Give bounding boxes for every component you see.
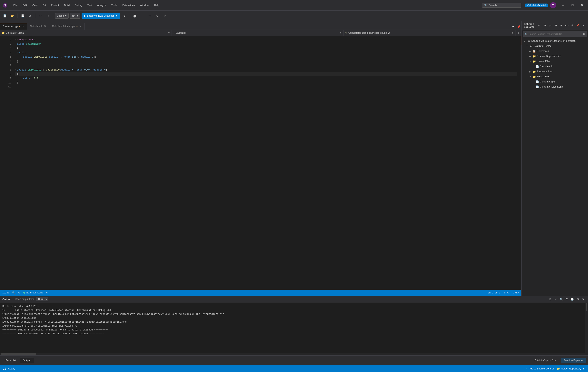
menu-test[interactable]: Test <box>85 3 94 8</box>
output-float-btn[interactable]: ⊡ <box>575 297 580 302</box>
nav-bar: 📁 CalculatorTutorial ▼ ↓ Calculator ▼ ⚙ … <box>0 30 521 36</box>
tab-list-button[interactable]: ▼ <box>510 24 516 30</box>
tab-error-list-label: Error List <box>5 359 16 362</box>
code-l11-brace: } <box>17 81 18 85</box>
user-avatar[interactable]: T <box>550 2 556 9</box>
tab-calculator-cpp-close[interactable]: ✕ <box>22 25 24 28</box>
se-preview-btn[interactable]: ▷ <box>548 23 553 28</box>
tree-external-deps[interactable]: ▶ 📁 External Dependencies <box>522 54 588 59</box>
line-num-1: 1 <box>0 38 11 42</box>
github-copilot-chat-btn[interactable]: GitHub Copilot Chat <box>532 358 560 363</box>
menu-extensions[interactable]: Extensions <box>120 3 137 8</box>
menu-analyze[interactable]: Analyze <box>95 3 108 8</box>
se-filter-btn[interactable]: ⚙ <box>543 23 547 28</box>
menu-window[interactable]: Window <box>138 3 151 8</box>
output-word-wrap-btn[interactable]: ↵ <box>553 297 558 302</box>
tree-resource-files[interactable]: ▶ 📁 Resource Files <box>522 69 588 74</box>
code-editor[interactable]: 1 2 3 4 5 6 7 8 9 10 11 12 ▾ <box>0 36 521 290</box>
tree-solution-root[interactable]: ▶ 🗂 Solution 'CalculatorTutorial' (1 of … <box>522 38 588 43</box>
zoom-level: 100 % <box>2 291 9 294</box>
output-controls: Show output from: Build <box>15 297 48 301</box>
tab-calculator-h[interactable]: Calculator.h ✕ <box>27 23 49 30</box>
tree-header-files[interactable]: ▼ 📁 Header Files <box>522 59 588 64</box>
tab-calculatortutorial-cpp-close[interactable]: ✕ <box>79 25 82 28</box>
debug-config-dropdown[interactable]: Debug ▼ <box>55 13 69 19</box>
menu-edit[interactable]: Edit <box>20 3 29 8</box>
step-into-button[interactable]: ↘ <box>154 13 160 19</box>
output-source-dropdown[interactable]: Build <box>36 297 48 301</box>
nav-class-label: Calculator <box>176 31 186 34</box>
se-expand-btn[interactable]: ⊞ <box>559 23 564 28</box>
se-search-bar[interactable]: 🔍 ⚙ <box>523 31 587 37</box>
breakpoint-button[interactable]: ⬤ <box>132 13 138 19</box>
nav-project-dropdown[interactable]: 📁 CalculatorTutorial ▼ <box>0 30 172 36</box>
code-content[interactable]: ▾ #pragma once class Calculator ▾ { <box>14 36 519 290</box>
tree-references[interactable]: ▶ 📋 References <box>522 49 588 54</box>
tab-calculator-cpp[interactable]: Calculator.cpp ● ✕ <box>0 23 27 30</box>
nav-method-dropdown[interactable]: ⚙ Calculate(double x, char oper, double … <box>344 30 515 36</box>
settings-icon[interactable]: ⚙ <box>46 291 48 294</box>
step-out-button[interactable]: ↗ <box>162 13 168 19</box>
output-clear-btn[interactable]: 🗑 <box>548 297 553 302</box>
step-button[interactable]: → <box>139 13 146 19</box>
nav-class-dropdown[interactable]: ↓ Calculator ▼ <box>172 30 344 36</box>
tree-calculator-cpp[interactable]: 📄 Calculator.cpp <box>522 79 588 84</box>
source-files-label: Source Files <box>537 75 550 78</box>
tree-project[interactable]: ▼ 🗂 CalculatorTutorial <box>522 43 588 49</box>
restart-button[interactable]: ↺ <box>121 13 128 19</box>
nav-add-button[interactable]: + <box>515 30 521 36</box>
pin-editor-button[interactable]: 📌 <box>516 24 521 30</box>
output-scroll-thumb <box>586 303 588 311</box>
menu-file[interactable]: File <box>11 3 20 8</box>
tree-calculator-h[interactable]: 📄 Calculator.h <box>522 64 588 69</box>
run-button[interactable]: ▶ Local Windows Debugger ▼ <box>82 13 120 19</box>
se-pin-btn[interactable]: 📌 <box>576 23 580 28</box>
tab-calculatortutorial-cpp[interactable]: CalculatorTutorial.cpp ● ✕ <box>49 23 84 30</box>
tab-output[interactable]: Output <box>20 358 34 363</box>
tree-source-files[interactable]: ▼ 📁 Source Files <box>522 74 588 79</box>
menu-project[interactable]: Project <box>49 3 61 8</box>
platform-dropdown[interactable]: x64 ▼ <box>70 13 80 19</box>
undo-button[interactable]: ↩ <box>37 13 43 19</box>
open-button[interactable]: 📂 <box>9 13 15 19</box>
se-collapse-btn[interactable]: ⊟ <box>554 23 558 28</box>
menu-git[interactable]: Git <box>40 3 48 8</box>
output-scrollbar[interactable] <box>585 303 588 352</box>
minimize-button[interactable]: ─ <box>559 2 567 9</box>
tree-calculatortutorial-cpp[interactable]: 📄 CalculatorTutorial.cpp <box>522 84 588 89</box>
output-line-1: Build started at 4:20 PM... <box>2 304 583 308</box>
se-search-input[interactable] <box>529 33 582 35</box>
output-hscroll[interactable] <box>0 352 588 355</box>
tab-calculator-h-close[interactable]: ✕ <box>44 25 46 28</box>
line-num-9: 9 <box>0 72 11 76</box>
global-search[interactable]: 🔍 Search <box>482 3 521 8</box>
maximize-button[interactable]: □ <box>568 2 577 9</box>
solution-explorer-btn[interactable]: Solution Explorer <box>561 358 586 363</box>
menu-view[interactable]: View <box>30 3 40 8</box>
editor-scrollbar[interactable] <box>519 36 521 290</box>
new-button[interactable]: 📄 <box>1 13 8 19</box>
output-find-btn[interactable]: 🔍 <box>559 297 564 302</box>
save-button[interactable]: 💾 <box>19 13 26 19</box>
output-clock-btn[interactable]: 🕐 <box>570 297 575 302</box>
menu-build[interactable]: Build <box>62 3 72 8</box>
repository-icon: 📁 <box>557 367 560 370</box>
se-close-btn[interactable]: ✕ <box>581 23 586 28</box>
add-to-source-control-btn[interactable]: ↑ Add to Source Control <box>526 367 554 370</box>
menu-tools[interactable]: Tools <box>109 3 120 8</box>
output-close-btn[interactable]: ✕ <box>580 297 586 302</box>
se-search-settings[interactable]: ⚙ <box>583 33 585 35</box>
select-repository-btn[interactable]: 📁 Select Repository ▲ <box>557 367 585 370</box>
se-sync-btn[interactable]: ⟳ <box>537 23 542 28</box>
menu-help[interactable]: Help <box>152 3 162 8</box>
tab-error-list[interactable]: Error List <box>2 358 19 363</box>
redo-button[interactable]: ↪ <box>45 13 51 19</box>
menu-debug[interactable]: Debug <box>72 3 84 8</box>
step-over-button[interactable]: ↷ <box>147 13 153 19</box>
output-list-btn[interactable]: ☰ <box>564 297 569 302</box>
close-button[interactable]: ✕ <box>578 2 587 9</box>
se-code-btn[interactable]: </> <box>565 23 569 28</box>
save-all-button[interactable]: 🗂 <box>27 13 33 19</box>
se-settings-btn[interactable]: ⚙ <box>570 23 575 28</box>
zoom-icon[interactable]: 🔍 <box>12 291 15 294</box>
